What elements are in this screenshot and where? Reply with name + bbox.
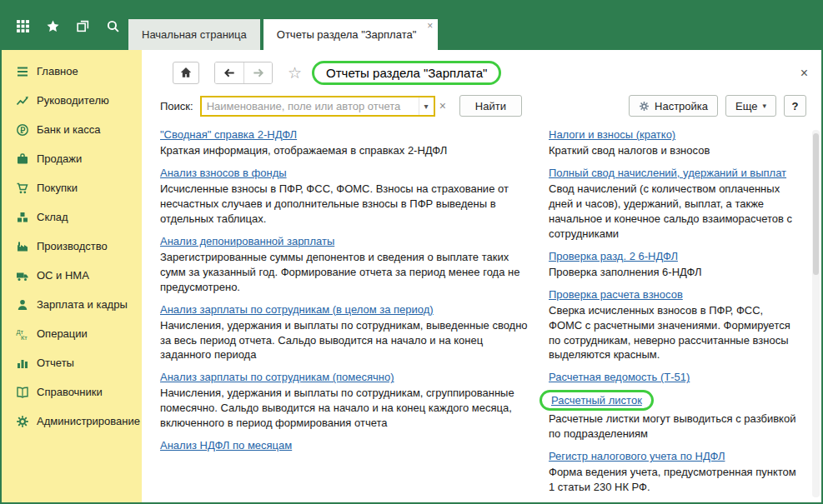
history-nav	[214, 62, 273, 84]
favorite-star-icon[interactable]: ☆	[288, 63, 302, 82]
chevron-down-icon: ▾	[762, 102, 766, 110]
report-item: Полный свод начислений, удержаний и выпл…	[549, 167, 799, 242]
report-link[interactable]: "Сводная" справка 2-НДФЛ	[160, 128, 297, 141]
person-icon	[15, 297, 29, 312]
home-icon	[179, 66, 193, 79]
sidebar-item-label: Производство	[37, 240, 108, 252]
settings-gear-icon	[639, 101, 650, 112]
report-link[interactable]: Расчетный листок	[551, 394, 642, 407]
tab-close-icon[interactable]: ×	[427, 21, 433, 31]
report-link[interactable]: Анализ НДФЛ по месяцам	[160, 439, 292, 452]
report-desc: Сверка исчисленных взносов в ПФР, ФСС, Ф…	[549, 303, 799, 363]
sidebar-item-label: Покупки	[37, 182, 78, 194]
open-windows-icon[interactable]	[70, 13, 95, 38]
briefcase-icon	[15, 152, 29, 166]
reports-column-right: Налоги и взносы (кратко) Краткий свод на…	[549, 128, 799, 502]
favorites-star-icon[interactable]	[40, 13, 65, 38]
reports-panel: × ☆ Отчеты раздела "Зарплата"	[142, 50, 821, 502]
scrollbar-thumb[interactable]	[813, 133, 819, 275]
report-desc: Расчетные листки могут выводиться с разб…	[549, 412, 799, 442]
more-button[interactable]: Еще ▾	[725, 95, 776, 117]
sidebar-item-bank-cash[interactable]: Банк и касса	[2, 115, 142, 144]
report-link[interactable]: Анализ взносов в фонды	[160, 167, 287, 179]
report-link[interactable]: Расчетная ведомость (Т-51)	[549, 371, 690, 383]
app-window: Начальная страница Отчеты раздела "Зарпл…	[0, 0, 823, 504]
panel-header: ☆ Отчеты раздела "Зарплата"	[173, 60, 821, 85]
report-desc: Начисления, удержания и выплаты по сотру…	[160, 318, 529, 363]
report-desc: Форма ведения учета, предусмотренная пун…	[549, 465, 799, 495]
apps-grid-icon[interactable]	[10, 13, 35, 38]
page-title: Отчеты раздела "Зарплата"	[326, 66, 487, 80]
sidebar-item-label: Руководителю	[37, 94, 109, 107]
back-button[interactable]	[215, 62, 243, 83]
app-body: Главное Руководителю Банк и касса Продаж…	[2, 50, 821, 502]
report-link[interactable]: Регистр налогового учета по НДФЛ	[549, 450, 725, 462]
tab-bar: Начальная страница Отчеты раздела "Зарпл…	[128, 2, 441, 50]
report-item: "Сводная" справка 2-НДФЛ Краткая информа…	[160, 128, 529, 158]
tab-home[interactable]: Начальная страница	[128, 19, 260, 50]
menu-icon	[15, 64, 29, 78]
forward-arrow-icon	[252, 67, 264, 79]
settings-button[interactable]: Настройка	[629, 95, 718, 117]
report-desc: Проверка заполнения 6-НДФЛ	[549, 265, 799, 280]
cart-icon	[15, 181, 29, 195]
topbar-tools	[2, 2, 128, 50]
report-link[interactable]: Полный свод начислений, удержаний и выпл…	[549, 167, 786, 179]
sidebar-item-reports[interactable]: Отчеты	[2, 348, 142, 377]
sidebar-item-manager[interactable]: Руководителю	[2, 86, 142, 115]
report-link[interactable]: Налоги и взносы (кратко)	[549, 128, 675, 141]
sidebar-item-label: Администрирование	[37, 415, 140, 427]
sidebar-item-label: Зарплата и кадры	[37, 298, 128, 311]
dt-kt-icon: ДтКт	[15, 327, 29, 341]
report-item: Анализ депонированной зарплаты Зарегистр…	[160, 235, 529, 295]
reports-column-left: "Сводная" справка 2-НДФЛ Краткая информа…	[160, 128, 529, 502]
search-input-group: ▾	[200, 96, 435, 117]
sidebar-item-label: Отчеты	[37, 357, 74, 369]
report-item: Налоги и взносы (кратко) Краткий свод на…	[549, 128, 799, 158]
panel-close-icon[interactable]: ×	[800, 67, 808, 80]
sidebar-item-label: ОС и НМА	[37, 269, 89, 282]
sidebar-item-label: Продажи	[37, 152, 82, 165]
find-button[interactable]: Найти	[459, 95, 522, 117]
search-clear-icon[interactable]: ×	[439, 99, 446, 112]
sidebar-item-label: Склад	[37, 211, 68, 223]
report-link[interactable]: Анализ депонированной зарплаты	[160, 235, 334, 247]
book-icon	[15, 385, 29, 399]
tab-reports-salary-label: Отчеты раздела "Зарплата"	[277, 28, 417, 41]
home-button[interactable]	[173, 62, 199, 84]
sidebar-item-production[interactable]: Производство	[2, 232, 142, 261]
report-link[interactable]: Проверка разд. 2 6-НДФЛ	[549, 250, 678, 262]
search-label: Поиск:	[160, 100, 193, 112]
vertical-scrollbar[interactable]	[812, 130, 820, 497]
search-input[interactable]	[202, 100, 419, 112]
sidebar-item-label: Банк и касса	[37, 123, 101, 136]
report-item: Расчетная ведомость (Т-51)	[549, 371, 799, 383]
boxes-icon	[15, 210, 29, 224]
report-link[interactable]: Проверка расчета взносов	[549, 288, 683, 301]
report-desc: Начисления, удержания и выплаты по сотру…	[160, 386, 529, 431]
tab-reports-salary[interactable]: Отчеты раздела "Зарплата" ×	[263, 19, 439, 50]
sidebar-item-fixed-assets[interactable]: ОС и НМА	[2, 261, 142, 290]
report-link[interactable]: Анализ зарплаты по сотрудникам (в целом …	[160, 303, 434, 316]
sidebar-item-warehouse[interactable]: Склад	[2, 202, 142, 232]
sidebar-item-sales[interactable]: Продажи	[2, 144, 142, 173]
sidebar-item-administration[interactable]: Администрирование	[2, 407, 142, 436]
sidebar-item-operations[interactable]: ДтКт Операции	[2, 319, 142, 348]
report-item: Анализ зарплаты по сотрудникам (в целом …	[160, 303, 529, 363]
sidebar-item-main[interactable]: Главное	[2, 57, 142, 86]
forward-button[interactable]	[243, 62, 272, 83]
factory-icon	[15, 239, 29, 253]
sidebar-item-salary-hr[interactable]: Зарплата и кадры	[2, 290, 142, 319]
sidebar-item-label: Справочники	[37, 386, 103, 398]
report-desc: Исчисленные взносы в ПФР, ФСС, ФОМС. Взн…	[160, 182, 529, 227]
report-item: Анализ зарплаты по сотрудникам (помесячн…	[160, 371, 529, 431]
search-dropdown-icon[interactable]: ▾	[419, 97, 434, 115]
global-search-icon[interactable]	[100, 13, 125, 38]
coin-icon	[15, 122, 29, 137]
help-button[interactable]: ?	[784, 95, 806, 117]
report-item: Проверка расчета взносов Сверка исчислен…	[549, 288, 799, 363]
sidebar-item-directories[interactable]: Справочники	[2, 377, 142, 407]
sidebar-item-purchases[interactable]: Покупки	[2, 173, 142, 202]
back-arrow-icon	[223, 67, 236, 79]
report-link[interactable]: Анализ зарплаты по сотрудникам (помесячн…	[160, 371, 394, 383]
